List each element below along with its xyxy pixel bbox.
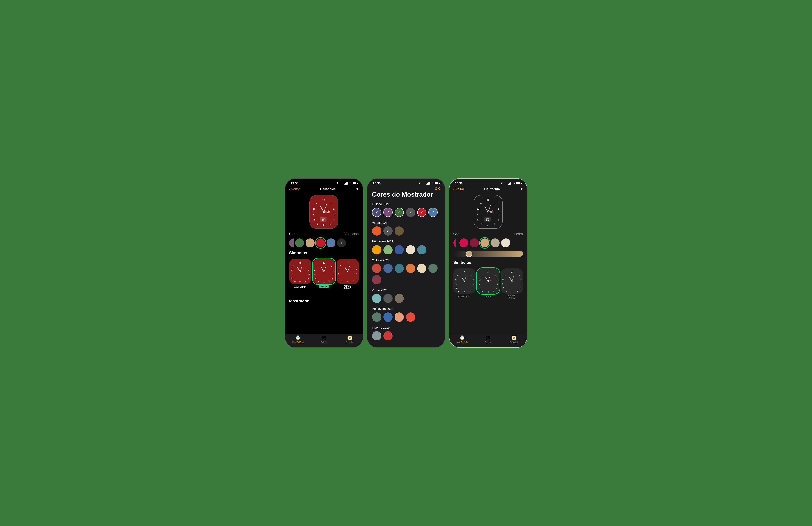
back-button-left[interactable]: ‹ Voltar [289, 187, 300, 192]
swatch-half-left[interactable] [289, 239, 294, 247]
slider-thumb[interactable] [466, 251, 472, 257]
watch-svg-right: 12 11 1 10 2 9 3 8 4 7 5 6 10:09:30 [474, 195, 502, 229]
picker-swatch-5-1[interactable] [383, 313, 393, 322]
picker-swatch-2-0[interactable] [372, 245, 381, 254]
picker-swatch-1-1[interactable]: ✓ [383, 226, 393, 236]
picker-swatch-5-0[interactable] [372, 313, 381, 322]
picker-swatch-0-1[interactable]: ✓ [383, 208, 393, 217]
battery-icon-right [516, 182, 521, 184]
symbol-california-right[interactable]: XII XI I X II IX III VIII IV VII V VI [453, 268, 476, 294]
svg-text:9: 9 [313, 213, 314, 215]
picker-swatch-0-5[interactable]: ✓ [429, 208, 438, 217]
picker-swatch-6-1[interactable] [383, 331, 393, 341]
watch-preview-left: 12 11 1 10 2 9 3 8 4 7 5 6 [285, 193, 363, 232]
watch-svg-arabic: 12 11 1 10 2 9 3 8 4 7 5 6 [313, 259, 335, 284]
symbol-arabic-indic[interactable]: ١٢ ١١ ١ ١٠ ٢ ٩ ٣ ٨ ٤ ٧ ٥ ٦ [337, 259, 359, 284]
tab-my-watch-left[interactable]: ⌚ Meu Relógio [285, 335, 311, 343]
svg-text:1: 1 [331, 265, 332, 267]
color-section-row-right: Cor Pedra [449, 232, 527, 236]
picker-swatch-1-2[interactable] [395, 226, 404, 236]
ok-button[interactable]: OK [435, 187, 440, 191]
season-label-verao2020: Verão 2020 [372, 288, 440, 292]
picker-swatch-3-1[interactable] [383, 264, 393, 273]
svg-text:II: II [308, 269, 309, 271]
picker-swatch-2-4[interactable] [417, 245, 426, 254]
swatch-blue[interactable] [327, 239, 335, 247]
svg-text:3: 3 [498, 213, 499, 215]
svg-point-118 [464, 281, 465, 282]
svg-text:8: 8 [315, 278, 316, 280]
picker-swatch-3-4[interactable] [417, 264, 426, 273]
picker-swatch-5-2[interactable] [395, 313, 404, 322]
svg-text:١: ١ [519, 275, 520, 276]
swatch-taupe[interactable] [491, 239, 500, 247]
picker-swatch-4-1[interactable] [383, 294, 393, 303]
signal-bars-middle [426, 182, 430, 184]
swatch-half-right[interactable] [453, 239, 458, 247]
symbol-arabic-indic-right[interactable]: ١٢ ١١ ١ ١٠ ٢ ٩ ٣ ٨ ٤ ٧ ٥ ٦ [501, 268, 523, 294]
watch-svg-roman: XII XI I X II IX III VIII IV VII V VI [289, 259, 311, 284]
svg-text:١١: ١١ [339, 265, 341, 267]
color-slider-right[interactable] [449, 249, 527, 259]
picker-swatch-5-3[interactable] [406, 313, 415, 322]
svg-text:6: 6 [323, 224, 324, 226]
svg-rect-77 [475, 212, 477, 212]
picker-swatch-3-0[interactable] [372, 264, 381, 273]
location-icon-left: ✈ [336, 181, 339, 184]
picker-swatch-4-2[interactable] [395, 294, 404, 303]
swatch-red[interactable] [316, 239, 325, 247]
picker-swatch-2-3[interactable] [406, 245, 415, 254]
svg-text:10: 10 [478, 279, 480, 281]
tab-discover-right[interactable]: 🧭 Descubra [501, 335, 527, 343]
picker-swatch-3-5[interactable] [429, 264, 438, 273]
picker-swatch-2-1[interactable] [383, 245, 393, 254]
share-button-right[interactable]: ⬆ [520, 187, 523, 192]
svg-text:XI: XI [456, 275, 458, 277]
symbols-label-right: Símbolos [449, 259, 527, 267]
status-icons-left: ▾ [344, 182, 357, 184]
swatch-pink[interactable] [460, 239, 468, 247]
symbol-california[interactable]: XII XI I X II IX III VIII IV VII V VI [289, 259, 311, 284]
picker-swatch-2-2[interactable] [395, 245, 404, 254]
share-button-left[interactable]: ⬆ [356, 187, 359, 192]
phone-content-left: 12 11 1 10 2 9 3 8 4 7 5 6 [285, 193, 363, 334]
swatch-stone[interactable] [480, 239, 489, 247]
status-icons-right: ▾ [508, 182, 521, 184]
swatch-burgundy[interactable] [470, 239, 479, 247]
picker-swatch-3-2[interactable] [395, 264, 404, 273]
dial-label-left: Mostrador [285, 297, 363, 305]
tab-gallery-left[interactable]: 🖼 Galeria [311, 335, 337, 343]
svg-text:I: I [307, 266, 307, 267]
svg-text:23: 23 [486, 219, 489, 221]
swatch-white[interactable] [501, 239, 510, 247]
tab-discover-left[interactable]: 🧭 Descubra [337, 335, 363, 343]
svg-point-73 [347, 271, 348, 272]
picker-swatch-4-0[interactable] [372, 294, 381, 303]
symbol-arabic-right[interactable]: 12 11 1 10 2 9 3 8 4 7 5 6 [477, 268, 499, 294]
picker-swatch-0-2[interactable]: ✓ [395, 208, 404, 217]
nav-bar-right: ‹ Voltar Califórnia ⬆ [449, 186, 527, 193]
picker-swatch-6-0[interactable] [372, 331, 381, 341]
color-row-left: + [285, 237, 363, 249]
svg-text:4: 4 [496, 287, 497, 289]
svg-text:IV: IV [472, 287, 474, 289]
picker-swatch-1-0[interactable] [372, 226, 381, 236]
swatch-tan[interactable] [306, 239, 315, 247]
swatch-green[interactable] [295, 239, 304, 247]
tab-my-watch-right[interactable]: ⌚ Meu Relógio [449, 335, 475, 343]
svg-rect-4 [335, 212, 337, 212]
picker-swatch-0-3[interactable]: ✓ [406, 208, 415, 217]
signal-bar-4 [347, 182, 348, 184]
back-label-left: Voltar [291, 187, 300, 191]
tab-bar-right: ⌚ Meu Relógio 🖼 Galeria 🧭 Descubra [449, 334, 527, 347]
picker-swatch-0-0[interactable]: ✓ [372, 208, 381, 217]
add-color-button-left[interactable]: + [337, 239, 346, 247]
tab-gallery-right[interactable]: 🖼 Galeria [475, 335, 501, 343]
symbol-label-arabic-indic-right: ÁRABE-ÍNDICO [501, 295, 523, 299]
symbol-arabic[interactable]: 12 11 1 10 2 9 3 8 4 7 5 6 [313, 259, 335, 284]
picker-swatch-0-4[interactable]: ✓ [417, 208, 426, 217]
picker-swatch-3-3[interactable] [406, 264, 415, 273]
symbol-watch-arabic-indic-right: ١٢ ١١ ١ ١٠ ٢ ٩ ٣ ٨ ٤ ٧ ٥ ٦ [501, 268, 523, 294]
back-button-right[interactable]: ‹ Voltar [453, 187, 464, 192]
picker-swatch-3-6[interactable] [372, 275, 381, 284]
